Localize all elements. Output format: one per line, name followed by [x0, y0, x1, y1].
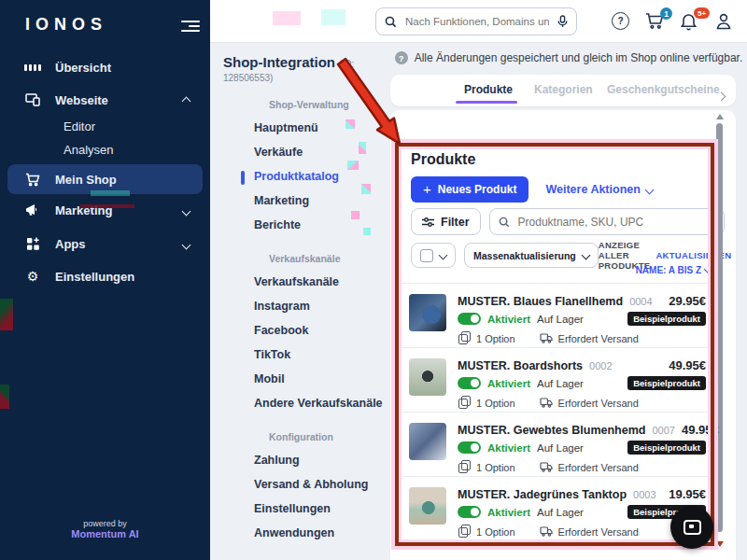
- product-sku: 0003: [633, 489, 655, 500]
- sidebar-item-marketing[interactable]: Marketing: [0, 196, 210, 224]
- sidebar-item-apps[interactable]: Apps: [0, 230, 210, 258]
- product-search[interactable]: [489, 208, 725, 235]
- shopnav-item[interactable]: Einstellungen: [210, 497, 390, 521]
- shopnav-item[interactable]: Mobil: [210, 367, 390, 391]
- product-stock: Auf Lager: [537, 507, 584, 518]
- active-toggle[interactable]: [458, 506, 481, 518]
- new-product-button[interactable]: + Neues Produkt: [411, 176, 529, 203]
- product-search-input[interactable]: [516, 215, 715, 230]
- scroll-up-arrow[interactable]: [716, 114, 724, 119]
- product-row[interactable]: MUSTER. Blaues Flanellhemd 0004 29.95€ A…: [400, 283, 710, 347]
- shopnav-item-label: Einstellungen: [254, 502, 331, 515]
- shopnav-item[interactable]: Instagram: [210, 294, 390, 318]
- chevron-up-icon[interactable]: [183, 93, 190, 107]
- megaphone-icon: [24, 203, 41, 217]
- sidebar-item-label: Mein Shop: [55, 173, 117, 187]
- sidebar-item-editor[interactable]: Editor: [63, 119, 95, 133]
- product-stock: Auf Lager: [537, 442, 584, 454]
- shopnav-item[interactable]: Produktkatalog: [210, 164, 390, 189]
- question-circle-icon[interactable]: ?: [395, 51, 408, 64]
- product-thumbnail: [409, 487, 446, 525]
- shopnav-item[interactable]: Hauptmenü: [210, 116, 390, 140]
- shopnav-item[interactable]: TikTok: [210, 343, 390, 367]
- product-options: 1 Option: [476, 333, 515, 344]
- active-tab-underline: [456, 101, 517, 104]
- scrollbar[interactable]: [715, 112, 723, 558]
- sidebar-item-webseite[interactable]: Webseite: [0, 86, 210, 114]
- sample-product-badge: Beispielprodukt: [627, 441, 706, 455]
- help-icon: ?: [612, 12, 629, 30]
- product-status: Aktiviert: [487, 378, 530, 389]
- shopnav-item[interactable]: Facebook: [210, 318, 390, 343]
- tab-geschenkgutscheine[interactable]: Geschenkgutscheine: [607, 83, 720, 96]
- sidebar-item-analysen[interactable]: Analysen: [63, 143, 113, 157]
- product-row[interactable]: MUSTER. Gewebtes Blumenhemd 0007 49.95€ …: [400, 412, 710, 476]
- notifications-button[interactable]: 5+: [680, 12, 702, 33]
- shopnav-item[interactable]: Marketing: [210, 189, 390, 213]
- product-sku: 0004: [629, 296, 652, 307]
- scroll-down-arrow[interactable]: [716, 541, 724, 547]
- shopnav-item[interactable]: Zahlung: [210, 448, 390, 472]
- sort-dropdown[interactable]: NAME: A BIS Z: [523, 265, 712, 275]
- tab-kategorien[interactable]: Kategorien: [534, 83, 593, 96]
- checkbox-icon[interactable]: [420, 249, 433, 262]
- product-price: 19.95€: [669, 487, 706, 501]
- status-message: Alle Änderungen gespeichert und gleich i…: [415, 51, 743, 64]
- product-thumbnail: [409, 423, 446, 460]
- product-sku: 0007: [652, 425, 674, 436]
- options-icon: [458, 527, 468, 538]
- filter-button[interactable]: Filter: [411, 208, 481, 235]
- cart-button[interactable]: 1: [645, 12, 668, 33]
- shopnav-item[interactable]: Verkäufe: [210, 140, 390, 164]
- chevron-down-icon[interactable]: [183, 237, 190, 251]
- shopnav-item[interactable]: Anwendungen: [210, 521, 390, 545]
- panel-title: Produkte: [411, 151, 475, 168]
- momentum-ai-label: Momentum AI: [0, 528, 210, 539]
- sidebar-item-uebersicht[interactable]: Übersicht: [0, 53, 210, 81]
- cart-icon: [24, 173, 41, 187]
- sidebar-item-label: Übersicht: [55, 61, 111, 75]
- cart-badge: 1: [660, 7, 672, 20]
- shopnav-item-label: TikTok: [254, 348, 290, 361]
- new-product-label: Neues Produkt: [438, 183, 517, 196]
- shop-tabs: Produkte Kategorien Geschenkgutscheine: [390, 75, 736, 106]
- search-input[interactable]: [403, 15, 551, 28]
- product-row[interactable]: MUSTER. Boardshorts 0002 49.95€ Aktivier…: [400, 347, 710, 412]
- product-shipping: Erfordert Versand: [558, 462, 639, 473]
- active-toggle[interactable]: [458, 377, 481, 389]
- sample-product-badge: Beispielprodukt: [627, 376, 706, 390]
- bulk-update-dropdown[interactable]: Massenaktualisierung: [464, 243, 599, 268]
- product-thumbnail: [409, 294, 446, 331]
- more-actions-button[interactable]: Weitere Aktionen: [545, 183, 652, 196]
- chevron-down-icon: [644, 185, 654, 194]
- select-all-dropdown[interactable]: [411, 243, 456, 268]
- sidebar-item-einstellungen[interactable]: ⚙ Einstellungen: [0, 262, 210, 290]
- shopnav-item[interactable]: Berichte: [210, 213, 390, 237]
- autosave-status: ? Alle Änderungen gespeichert und gleich…: [390, 43, 747, 73]
- sidebar-item-label: Einstellungen: [55, 270, 134, 284]
- product-shipping: Erfordert Versand: [558, 398, 639, 409]
- active-toggle[interactable]: [458, 313, 481, 325]
- search-icon: [385, 16, 397, 28]
- tab-produkte[interactable]: Produkte: [464, 83, 513, 96]
- global-search[interactable]: [375, 7, 577, 35]
- chevron-right-icon[interactable]: [718, 87, 725, 104]
- sidebar-item-label: Webseite: [55, 93, 108, 107]
- shopnav-item[interactable]: Versand & Abholung: [210, 472, 390, 497]
- shopnav-item[interactable]: Verkaufskanäle: [210, 270, 390, 294]
- chevron-down-icon[interactable]: [183, 203, 190, 217]
- product-row[interactable]: MUSTER. Jadegrünes Tanktop 0003 19.95€ A…: [400, 476, 710, 540]
- active-toggle[interactable]: [458, 441, 481, 454]
- account-button[interactable]: [715, 12, 738, 33]
- product-name: MUSTER. Boardshorts: [458, 359, 583, 372]
- floating-widget-button[interactable]: [670, 506, 713, 549]
- sidebar-item-label: Apps: [55, 237, 86, 251]
- product-price: 49.95€: [669, 358, 706, 372]
- collapse-menu-icon[interactable]: [181, 18, 200, 33]
- sidebar-item-mein-shop[interactable]: Mein Shop: [0, 165, 210, 193]
- scrollbar-thumb[interactable]: [716, 123, 723, 532]
- help-button[interactable]: ?: [612, 12, 634, 33]
- shopnav-item[interactable]: Andere Verkaufskanäle: [210, 391, 390, 415]
- microphone-icon[interactable]: [557, 15, 568, 28]
- product-shipping: Erfordert Versand: [558, 333, 639, 344]
